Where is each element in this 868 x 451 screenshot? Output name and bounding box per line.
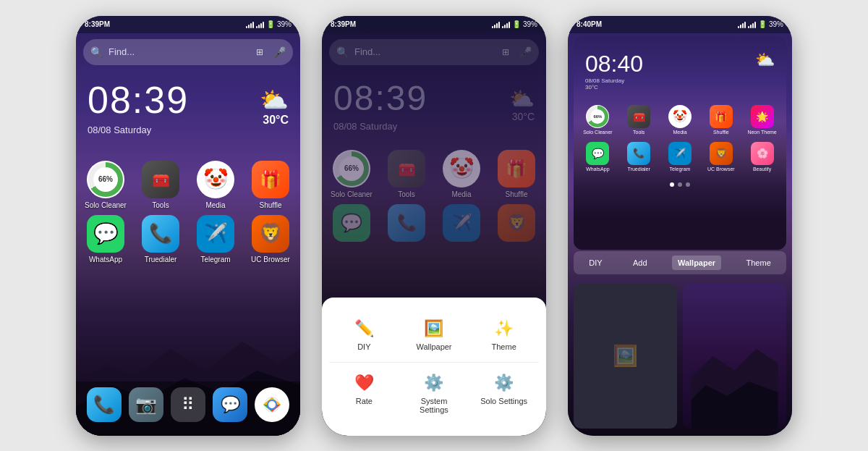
app-label-truedialer: Truedialer bbox=[145, 256, 177, 264]
search-icon2: 🔍 bbox=[336, 46, 349, 58]
wallpaper-icon: 🖼️ bbox=[424, 319, 443, 338]
phone1: 8:39PM 🔋 39% 🔍 Find... ⊞ 🎤 08:39 08/08 S… bbox=[76, 16, 300, 436]
battery-icon: 🔋 bbox=[266, 20, 275, 28]
menu-label-theme: Theme bbox=[492, 342, 516, 351]
menu-label-wallpaper: Wallpaper bbox=[416, 342, 451, 351]
battery-percent3: 39% bbox=[769, 20, 783, 28]
whatsapp-icon: 💬 bbox=[93, 222, 119, 245]
preview-temp: 30°C bbox=[585, 84, 643, 90]
app-uc-browser[interactable]: 🦁 UC Browser bbox=[247, 215, 294, 264]
truedialer-icon: 📞 bbox=[149, 222, 172, 245]
signal-icon2 bbox=[256, 21, 264, 28]
preview-apps-row2: 💬 WhatsApp 📞 Truedialer ✈️ Telegram 🦁 UC… bbox=[574, 142, 786, 179]
clock-date2: 08/08 Saturday bbox=[333, 121, 427, 132]
qr-icon2: ⊞ bbox=[502, 47, 509, 57]
dock-phone[interactable]: 📞 bbox=[87, 387, 122, 422]
app-label-media: Media bbox=[205, 201, 225, 209]
camera-icon: 📷 bbox=[135, 395, 157, 415]
search-bar2: 🔍 Find... ⊞ 🎤 bbox=[329, 39, 539, 65]
app-label-solo-cleaner: Solo Cleaner bbox=[85, 201, 127, 209]
preview-label-tg: Telegram bbox=[670, 167, 691, 172]
preview-app-whatsapp: 💬 WhatsApp bbox=[579, 142, 616, 172]
app-solo-cleaner[interactable]: 66% Solo Cleaner bbox=[82, 161, 129, 209]
uc-icon: 🦁 bbox=[259, 222, 282, 245]
wp-thumb-purple[interactable] bbox=[683, 284, 786, 429]
diy-icon: ✏️ bbox=[354, 319, 374, 338]
dot-2 bbox=[678, 182, 682, 187]
app-grid-row2: 💬 WhatsApp 📞 Truedialer ✈️ Telegram 🦁 UC… bbox=[76, 212, 300, 266]
weather-icon2: ⛅ bbox=[509, 87, 535, 111]
dimmed-app-wa: 💬 bbox=[328, 204, 375, 242]
menu-item-wallpaper[interactable]: 🖼️ Wallpaper bbox=[409, 319, 459, 351]
tab-diy[interactable]: DIY bbox=[583, 256, 608, 270]
battery-percent: 39% bbox=[277, 20, 292, 28]
dimmed-apps-row2: 💬 📞 ✈️ 🦁 bbox=[322, 201, 546, 253]
battery-icon3: 🔋 bbox=[758, 20, 767, 28]
signal-icon bbox=[246, 21, 254, 28]
shuffle-icon: 🎁 bbox=[260, 169, 281, 190]
battery-percent2: 39% bbox=[523, 20, 537, 28]
preview-app-uc: 🦁 UC Browser bbox=[702, 142, 739, 172]
dimmed-label-solo: Solo Cleaner bbox=[331, 190, 373, 198]
preview-time: 08:40 bbox=[585, 51, 643, 77]
tab-wallpaper[interactable]: Wallpaper bbox=[672, 256, 721, 270]
menu-row2: ❤️ Rate ⚙️ System Settings ⚙️ Solo Setti… bbox=[329, 366, 539, 421]
preview-label-shuffle: Shuffle bbox=[713, 130, 729, 135]
tab-theme[interactable]: Theme bbox=[741, 256, 777, 270]
dimmed-label-tools: Tools bbox=[398, 190, 414, 198]
preview-app-solo: 66% Solo Cleaner bbox=[579, 105, 616, 135]
menu-item-system-settings[interactable]: ⚙️ System Settings bbox=[409, 374, 459, 414]
tab-add[interactable]: Add bbox=[627, 256, 653, 270]
preview-label-beautify: Beautify bbox=[753, 167, 771, 172]
dock-messages[interactable]: 💬 bbox=[213, 387, 247, 422]
theme-icon: ✨ bbox=[494, 319, 514, 338]
system-settings-icon: ⚙️ bbox=[424, 374, 443, 392]
preview-label-tools: Tools bbox=[633, 130, 644, 135]
status-icons: 🔋 39% bbox=[246, 20, 292, 28]
menu-label-diy: DIY bbox=[357, 342, 370, 351]
svg-point-6 bbox=[268, 401, 276, 408]
app-media[interactable]: 🤡 Media bbox=[192, 161, 239, 209]
preview-app-telegram: ✈️ Telegram bbox=[662, 142, 699, 172]
dot-1 bbox=[670, 182, 674, 187]
dimmed-app-solo: 66% Solo Cleaner bbox=[328, 150, 375, 198]
search-bar[interactable]: 🔍 Find... ⊞ 🎤 bbox=[83, 39, 293, 65]
dimmed-app-uc: 🦁 bbox=[493, 204, 540, 242]
app-shuffle[interactable]: 🎁 Shuffle bbox=[247, 161, 294, 209]
menu-divider bbox=[329, 362, 539, 363]
dimmed-app-tg: ✈️ bbox=[438, 204, 485, 242]
weather-widget: ⛅ 30°C bbox=[260, 86, 289, 127]
search-placeholder2: Find... bbox=[354, 46, 496, 57]
preview-app-truedialer: 📞 Truedialer bbox=[621, 142, 658, 172]
menu-item-rate[interactable]: ❤️ Rate bbox=[339, 374, 389, 414]
dock-apps[interactable]: ⠿ bbox=[171, 387, 205, 422]
menu-item-diy[interactable]: ✏️ DIY bbox=[339, 319, 389, 351]
wallpaper-tabs: DIY Add Wallpaper Theme bbox=[574, 251, 786, 274]
preview-app-neon: 🌟 Neon Theme bbox=[744, 105, 780, 135]
dimmed-apps-row1: 66% Solo Cleaner 🧰 Tools 🤡 Media 🎁 Shuff… bbox=[322, 135, 546, 201]
apps-icon: ⠿ bbox=[182, 395, 195, 415]
dock-camera[interactable]: 📷 bbox=[129, 387, 163, 422]
solo-settings-icon: ⚙️ bbox=[494, 374, 514, 392]
preview-date: 08/08 Saturday bbox=[585, 77, 643, 84]
menu-item-theme[interactable]: ✨ Theme bbox=[479, 319, 529, 351]
app-label-telegram: Telegram bbox=[200, 256, 230, 264]
app-label-uc-browser: UC Browser bbox=[251, 256, 290, 264]
status-icons3: 🔋 39% bbox=[738, 20, 783, 28]
dock: 📞 📷 ⠿ 💬 bbox=[76, 382, 300, 436]
signal-icon5 bbox=[738, 21, 746, 28]
dock-chrome[interactable] bbox=[255, 387, 289, 422]
clock2: 08:39 08/08 Saturday ⛅ 30°C bbox=[322, 71, 546, 135]
search-icon: 🔍 bbox=[90, 46, 103, 58]
preview-card: 08:40 08/08 Saturday 30°C ⛅ 66% Solo Cle… bbox=[574, 36, 786, 250]
phone-icon: 📞 bbox=[93, 395, 115, 415]
preview-label-wa: WhatsApp bbox=[586, 167, 609, 172]
wp-thumb-dark[interactable]: 🖼️ bbox=[574, 284, 677, 429]
menu-item-solo-settings[interactable]: ⚙️ Solo Settings bbox=[479, 374, 529, 414]
status-time3: 8:40PM bbox=[576, 20, 602, 28]
app-truedialer[interactable]: 📞 Truedialer bbox=[137, 215, 184, 264]
app-whatsapp[interactable]: 💬 WhatsApp bbox=[82, 215, 129, 264]
app-telegram[interactable]: ✈️ Telegram bbox=[192, 215, 239, 264]
app-tools[interactable]: 🧰 Tools bbox=[137, 161, 184, 209]
signal-icon3 bbox=[492, 21, 500, 28]
